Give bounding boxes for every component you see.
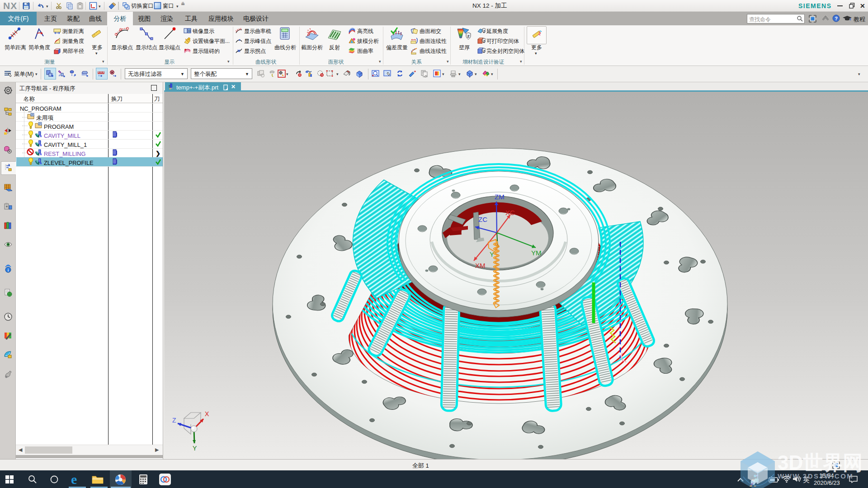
svg-text:i: i: [8, 268, 9, 272]
svg-text:ZM: ZM: [495, 193, 505, 201]
svg-text:XC: XC: [505, 209, 515, 216]
svg-text:Y: Y: [193, 445, 197, 452]
svg-text:Z: Z: [483, 30, 485, 33]
svg-text:YM: YM: [531, 249, 542, 257]
svg-text:Z: Z: [172, 417, 176, 424]
svg-text:X: X: [205, 410, 209, 418]
svg-text:ZC: ZC: [478, 216, 487, 223]
svg-text:XM: XM: [475, 262, 486, 269]
svg-text:Z: Z: [483, 40, 485, 43]
svg-text:Z: Z: [467, 34, 470, 38]
svg-text:Z: Z: [483, 50, 485, 53]
svg-text:?: ?: [835, 16, 838, 21]
svg-text:D: D: [189, 29, 191, 33]
